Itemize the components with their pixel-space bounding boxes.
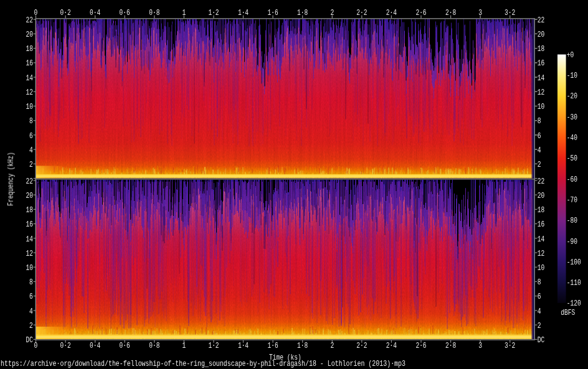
svg-text:1·6: 1·6 xyxy=(268,8,278,17)
svg-text:12: 12 xyxy=(538,88,545,97)
svg-text:22: 22 xyxy=(538,16,545,25)
svg-text:2: 2 xyxy=(330,341,334,350)
svg-text:1·2: 1·2 xyxy=(208,341,219,350)
svg-text:2: 2 xyxy=(29,160,33,169)
svg-text:2: 2 xyxy=(330,8,334,17)
svg-text:DC: DC xyxy=(26,335,33,345)
svg-text:-70: -70 xyxy=(567,195,577,205)
svg-text:2·4: 2·4 xyxy=(386,341,397,350)
svg-text:10: 10 xyxy=(26,102,33,111)
svg-text:8: 8 xyxy=(29,278,33,287)
svg-text:+0: +0 xyxy=(567,50,574,60)
svg-text:2·8: 2·8 xyxy=(445,8,456,17)
svg-text:-20: -20 xyxy=(567,91,577,101)
svg-text:20: 20 xyxy=(538,191,545,200)
svg-text:20: 20 xyxy=(26,191,33,200)
svg-text:-90: -90 xyxy=(567,237,577,246)
svg-text:0·4: 0·4 xyxy=(90,341,100,350)
svg-text:1·4: 1·4 xyxy=(238,8,249,17)
svg-text:2·4: 2·4 xyxy=(386,8,397,17)
svg-text:4: 4 xyxy=(538,146,541,155)
svg-text:2: 2 xyxy=(29,321,33,330)
svg-text:DC: DC xyxy=(538,335,545,345)
svg-text:6: 6 xyxy=(29,292,33,301)
svg-text:1·2: 1·2 xyxy=(208,8,219,17)
svg-text:2: 2 xyxy=(538,321,541,330)
svg-text:-120: -120 xyxy=(567,299,581,308)
svg-text:12: 12 xyxy=(538,249,545,258)
svg-text:0·6: 0·6 xyxy=(120,8,130,17)
svg-text:2: 2 xyxy=(538,160,541,169)
svg-text:12: 12 xyxy=(26,249,33,258)
svg-text:18: 18 xyxy=(26,44,33,54)
svg-text:-100: -100 xyxy=(567,258,581,267)
svg-text:4: 4 xyxy=(29,307,33,316)
svg-text:dBFS: dBFS xyxy=(561,308,575,317)
svg-text:18: 18 xyxy=(538,44,545,54)
svg-text:1·8: 1·8 xyxy=(297,341,308,350)
svg-text:14: 14 xyxy=(26,73,33,83)
svg-text:10: 10 xyxy=(538,102,545,111)
svg-text:18: 18 xyxy=(538,205,545,215)
svg-text:1·6: 1·6 xyxy=(268,341,278,350)
svg-text:0·2: 0·2 xyxy=(60,8,71,17)
svg-text:10: 10 xyxy=(26,263,33,273)
svg-text:-110: -110 xyxy=(567,278,581,287)
svg-text:3·2: 3·2 xyxy=(505,341,515,350)
svg-text:0: 0 xyxy=(34,8,38,17)
svg-text:1·8: 1·8 xyxy=(297,8,308,17)
svg-text:2·2: 2·2 xyxy=(356,8,367,17)
svg-text:6: 6 xyxy=(538,292,541,301)
svg-text:8: 8 xyxy=(538,278,541,287)
svg-text:2·8: 2·8 xyxy=(445,341,456,350)
svg-text:22: 22 xyxy=(538,177,545,186)
svg-text:-30: -30 xyxy=(567,113,577,122)
svg-text:1: 1 xyxy=(183,341,186,350)
svg-text:2·2: 2·2 xyxy=(356,341,367,350)
svg-text:4: 4 xyxy=(538,307,541,316)
svg-text:3: 3 xyxy=(478,8,482,17)
svg-text:Frequency (kHz): Frequency (kHz) xyxy=(6,152,16,206)
svg-text:16: 16 xyxy=(26,220,33,229)
svg-text:0·8: 0·8 xyxy=(149,341,159,350)
svg-text:0·8: 0·8 xyxy=(149,8,159,17)
svg-text:8: 8 xyxy=(29,116,33,126)
svg-text:-10: -10 xyxy=(567,71,577,80)
svg-text:0·6: 0·6 xyxy=(120,341,130,350)
svg-text:6: 6 xyxy=(29,131,33,141)
svg-text:14: 14 xyxy=(26,235,33,244)
svg-text:https://archive·org/download/t: https://archive·org/download/the-fellows… xyxy=(1,359,405,368)
svg-text:0·4: 0·4 xyxy=(90,8,100,17)
svg-text:22: 22 xyxy=(26,177,33,186)
svg-text:16: 16 xyxy=(26,58,33,68)
svg-text:16: 16 xyxy=(538,220,545,229)
svg-text:3·2: 3·2 xyxy=(505,8,515,17)
svg-text:-50: -50 xyxy=(567,154,577,163)
svg-text:3: 3 xyxy=(478,341,482,350)
svg-text:-40: -40 xyxy=(567,133,577,142)
svg-text:22: 22 xyxy=(26,16,33,25)
svg-text:0·2: 0·2 xyxy=(60,341,71,350)
svg-text:-60: -60 xyxy=(567,175,577,184)
svg-text:2·6: 2·6 xyxy=(415,341,426,350)
svg-text:18: 18 xyxy=(26,205,33,215)
svg-text:8: 8 xyxy=(538,116,541,126)
svg-text:1: 1 xyxy=(183,8,186,17)
svg-text:12: 12 xyxy=(26,88,33,97)
svg-text:14: 14 xyxy=(538,73,545,83)
svg-text:-80: -80 xyxy=(567,216,577,225)
svg-text:1·4: 1·4 xyxy=(238,341,249,350)
svg-text:2·6: 2·6 xyxy=(415,8,426,17)
svg-text:10: 10 xyxy=(538,263,545,273)
svg-text:0: 0 xyxy=(34,341,38,350)
svg-text:20: 20 xyxy=(26,30,33,39)
svg-text:4: 4 xyxy=(29,146,33,155)
svg-text:20: 20 xyxy=(538,30,545,39)
svg-text:16: 16 xyxy=(538,58,545,68)
svg-text:14: 14 xyxy=(538,235,545,244)
svg-text:6: 6 xyxy=(538,131,541,141)
